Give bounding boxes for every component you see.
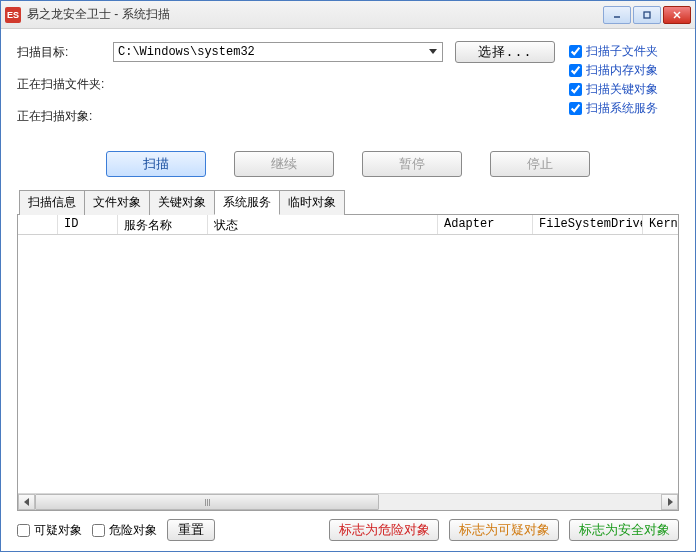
action-buttons: 扫描 继续 暂停 停止 xyxy=(17,151,679,177)
opt-memory-checkbox[interactable] xyxy=(569,64,582,77)
scroll-thumb[interactable] xyxy=(35,494,379,510)
pause-button[interactable]: 暂停 xyxy=(362,151,462,177)
app-icon: ES xyxy=(5,7,21,23)
suspicious-label[interactable]: 可疑对象 xyxy=(34,522,82,539)
scanning-folder-label: 正在扫描文件夹: xyxy=(17,76,113,93)
scroll-track[interactable] xyxy=(35,494,661,510)
maximize-button[interactable] xyxy=(633,6,661,24)
horizontal-scrollbar[interactable] xyxy=(18,493,678,510)
scan-target-label: 扫描目标: xyxy=(17,44,113,61)
dropdown-icon[interactable] xyxy=(425,44,441,60)
mark-dangerous-button[interactable]: 标志为危险对象 xyxy=(329,519,439,541)
top-row: 扫描目标: C:\Windows\system32 选择... 正在扫描文件夹:… xyxy=(17,41,679,137)
dangerous-checkbox[interactable] xyxy=(92,524,105,537)
window-title: 易之龙安全卫士 - 系统扫描 xyxy=(27,6,603,23)
svg-marker-4 xyxy=(429,49,437,54)
tab-temp-objects[interactable]: 临时对象 xyxy=(279,190,345,215)
opt-subfolders-label[interactable]: 扫描子文件夹 xyxy=(586,43,658,60)
col-filesystemdriver[interactable]: FileSystemDriver xyxy=(533,215,643,234)
tabs: 扫描信息 文件对象 关键对象 系统服务 临时对象 xyxy=(19,189,679,214)
col-id[interactable]: ID xyxy=(58,215,118,234)
scan-target-value: C:\Windows\system32 xyxy=(118,45,255,59)
table-header: ID 服务名称 状态 Adapter FileSystemDriver Kern… xyxy=(18,215,678,235)
window-controls xyxy=(603,6,691,24)
table-body xyxy=(18,235,678,493)
opt-services-label[interactable]: 扫描系统服务 xyxy=(586,100,658,117)
results-table: ID 服务名称 状态 Adapter FileSystemDriver Kern… xyxy=(17,214,679,511)
col-status[interactable]: 状态 xyxy=(208,215,438,234)
scanning-object-label: 正在扫描对象: xyxy=(17,108,113,125)
col-adapter[interactable]: Adapter xyxy=(438,215,533,234)
tab-critical-objects[interactable]: 关键对象 xyxy=(149,190,215,215)
select-button[interactable]: 选择... xyxy=(455,41,555,63)
opt-critical-checkbox[interactable] xyxy=(569,83,582,96)
app-window: ES 易之龙安全卫士 - 系统扫描 扫描目标: C:\Windows\syste… xyxy=(0,0,696,552)
tab-scan-info[interactable]: 扫描信息 xyxy=(19,190,85,215)
titlebar[interactable]: ES 易之龙安全卫士 - 系统扫描 xyxy=(1,1,695,29)
suspicious-checkbox[interactable] xyxy=(17,524,30,537)
tab-file-objects[interactable]: 文件对象 xyxy=(84,190,150,215)
svg-marker-5 xyxy=(24,498,29,506)
scroll-right-icon[interactable] xyxy=(661,494,678,510)
scan-target-combo[interactable]: C:\Windows\system32 xyxy=(113,42,443,62)
col-kerneldriver[interactable]: KernelDri xyxy=(643,215,678,234)
bottom-bar: 可疑对象 危险对象 重置 标志为危险对象 标志为可疑对象 标志为安全对象 xyxy=(17,519,679,541)
col-blank[interactable] xyxy=(18,215,58,234)
opt-subfolders-checkbox[interactable] xyxy=(569,45,582,58)
col-service-name[interactable]: 服务名称 xyxy=(118,215,208,234)
minimize-button[interactable] xyxy=(603,6,631,24)
scroll-left-icon[interactable] xyxy=(18,494,35,510)
continue-button[interactable]: 继续 xyxy=(234,151,334,177)
svg-marker-6 xyxy=(668,498,673,506)
dangerous-label[interactable]: 危险对象 xyxy=(109,522,157,539)
opt-services-checkbox[interactable] xyxy=(569,102,582,115)
scan-options: 扫描子文件夹 扫描内存对象 扫描关键对象 扫描系统服务 xyxy=(569,41,679,119)
close-button[interactable] xyxy=(663,6,691,24)
stop-button[interactable]: 停止 xyxy=(490,151,590,177)
left-fields: 扫描目标: C:\Windows\system32 选择... 正在扫描文件夹:… xyxy=(17,41,557,137)
svg-rect-1 xyxy=(644,12,650,18)
tab-system-services[interactable]: 系统服务 xyxy=(214,190,280,215)
content-area: 扫描目标: C:\Windows\system32 选择... 正在扫描文件夹:… xyxy=(1,29,695,551)
scan-button[interactable]: 扫描 xyxy=(106,151,206,177)
opt-memory-label[interactable]: 扫描内存对象 xyxy=(586,62,658,79)
mark-suspicious-button[interactable]: 标志为可疑对象 xyxy=(449,519,559,541)
mark-safe-button[interactable]: 标志为安全对象 xyxy=(569,519,679,541)
opt-critical-label[interactable]: 扫描关键对象 xyxy=(586,81,658,98)
reset-button[interactable]: 重置 xyxy=(167,519,215,541)
